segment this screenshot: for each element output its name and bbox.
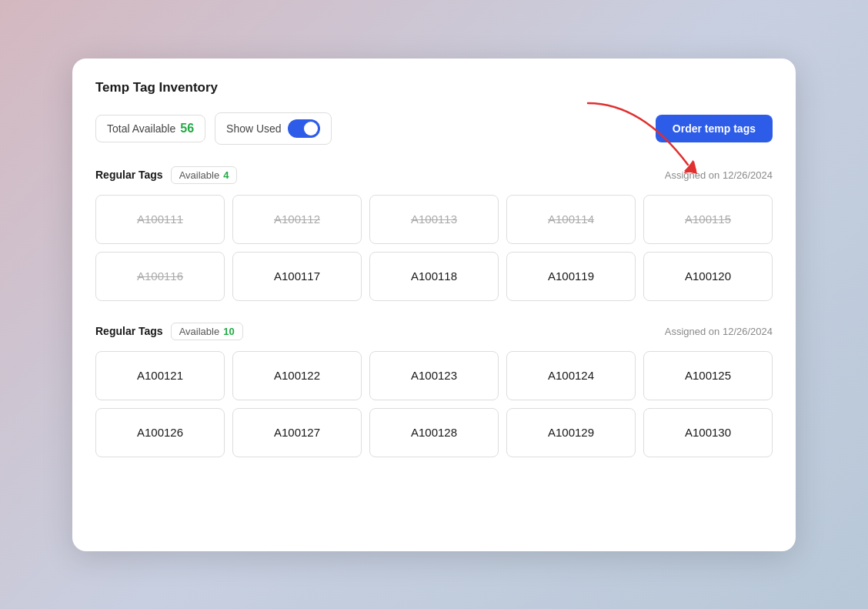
tag-cell-A100117[interactable]: A100117 — [232, 252, 362, 301]
available-badge-2: Available10 — [171, 323, 243, 340]
total-available-count: 56 — [180, 122, 194, 136]
show-used-toggle[interactable]: ✓ — [288, 119, 320, 138]
available-badge-count-2: 10 — [223, 326, 234, 337]
tag-cell-A100126[interactable]: A100126 — [95, 408, 225, 457]
tag-cell-A100129[interactable]: A100129 — [506, 408, 636, 457]
available-badge-label-1: Available — [179, 169, 220, 181]
tag-cell-A100118[interactable]: A100118 — [369, 252, 499, 301]
tag-cell-A100124[interactable]: A100124 — [506, 351, 636, 400]
section-1: Regular TagsAvailable4Assigned on 12/26/… — [95, 166, 773, 301]
tag-cell-A100128[interactable]: A100128 — [369, 408, 499, 457]
tag-cell-A100121[interactable]: A100121 — [95, 351, 225, 400]
order-temp-tags-button[interactable]: Order temp tags — [656, 115, 773, 142]
tags-grid-2: A100121A100122A100123A100124A100125A1001… — [95, 351, 773, 457]
toggle-check-icon: ✓ — [309, 123, 315, 133]
tag-cell-A100114[interactable]: A100114 — [506, 195, 636, 244]
modal-title: Temp Tag Inventory — [95, 80, 773, 95]
tag-cell-A100113[interactable]: A100113 — [369, 195, 499, 244]
section-header-left-1: Regular TagsAvailable4 — [95, 166, 237, 184]
tag-cell-A100111[interactable]: A100111 — [95, 195, 225, 244]
show-used-box: Show Used ✓ — [215, 112, 332, 145]
section-header-1: Regular TagsAvailable4Assigned on 12/26/… — [95, 166, 773, 184]
tag-cell-A100130[interactable]: A100130 — [643, 408, 773, 457]
section-title-2: Regular Tags — [95, 325, 163, 337]
tag-cell-A100125[interactable]: A100125 — [643, 351, 773, 400]
sections-container: Regular TagsAvailable4Assigned on 12/26/… — [95, 166, 773, 457]
tag-cell-A100123[interactable]: A100123 — [369, 351, 499, 400]
available-badge-1: Available4 — [171, 166, 238, 184]
tag-cell-A100116[interactable]: A100116 — [95, 252, 225, 301]
tag-cell-A100115[interactable]: A100115 — [643, 195, 773, 244]
toolbar-left: Total Available 56 Show Used ✓ — [95, 112, 332, 145]
tag-cell-A100122[interactable]: A100122 — [232, 351, 362, 400]
section-header-left-2: Regular TagsAvailable10 — [95, 323, 243, 340]
tags-grid-1: A100111A100112A100113A100114A100115A1001… — [95, 195, 773, 301]
tag-cell-A100119[interactable]: A100119 — [506, 252, 636, 301]
temp-tag-inventory-modal: Temp Tag Inventory Total Available 56 Sh… — [72, 59, 796, 551]
assigned-date-2: Assigned on 12/26/2024 — [665, 326, 773, 337]
assigned-date-1: Assigned on 12/26/2024 — [665, 169, 773, 181]
tag-cell-A100112[interactable]: A100112 — [232, 195, 362, 244]
toolbar: Total Available 56 Show Used ✓ Order tem… — [95, 112, 773, 145]
total-available-label: Total Available — [107, 122, 175, 135]
section-header-2: Regular TagsAvailable10Assigned on 12/26… — [95, 323, 773, 340]
total-available-box: Total Available 56 — [95, 115, 205, 142]
tag-cell-A100120[interactable]: A100120 — [643, 252, 773, 301]
show-used-label: Show Used — [226, 122, 282, 135]
available-badge-count-1: 4 — [223, 169, 229, 181]
available-badge-label-2: Available — [179, 326, 220, 337]
section-2: Regular TagsAvailable10Assigned on 12/26… — [95, 323, 773, 457]
tag-cell-A100127[interactable]: A100127 — [232, 408, 362, 457]
section-title-1: Regular Tags — [95, 169, 163, 181]
